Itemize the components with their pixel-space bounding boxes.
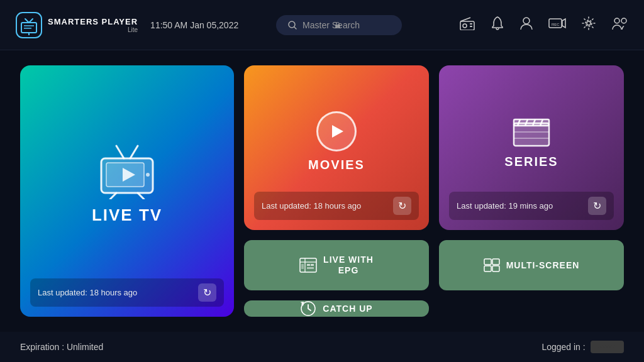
svg-rect-50 [492, 266, 499, 272]
live-tv-refresh-button[interactable]: ↻ [198, 283, 216, 302]
record-icon[interactable]: REC [548, 17, 566, 33]
expiration-text: Expiration : Unlimited [20, 342, 103, 352]
svg-rect-47 [484, 259, 491, 265]
movies-update-bar: Last updated: 18 hours ago ↻ [254, 192, 419, 220]
logo: SMARTERS PLAYER Lite [15, 11, 138, 39]
svg-line-25 [130, 146, 138, 158]
bell-icon[interactable] [491, 16, 504, 35]
svg-rect-43 [307, 264, 310, 266]
epg-icon [299, 258, 317, 273]
right-grid: MOVIES Last updated: 18 hours ago ↻ [244, 65, 624, 317]
svg-line-24 [116, 146, 124, 158]
logo-main-text: SMARTERS PLAYER [48, 17, 138, 26]
footer: Expiration : Unlimited Logged in : •••••… [0, 332, 644, 362]
svg-point-22 [614, 18, 619, 23]
logged-in-value: •••••• [591, 341, 624, 353]
radio-icon[interactable] [459, 16, 475, 34]
svg-rect-10 [335, 25, 340, 28]
catch-up-button[interactable]: CATCH UP [244, 300, 429, 317]
catchup-icon [300, 300, 316, 317]
svg-rect-46 [301, 264, 304, 269]
search-icon [287, 20, 297, 30]
series-update-text: Last updated: 19 mins ago [457, 201, 553, 211]
multi-screen-button[interactable]: MULTI-SCREEN [439, 240, 624, 290]
svg-point-20 [587, 21, 591, 25]
svg-rect-3 [21, 23, 36, 33]
svg-line-9 [294, 27, 296, 29]
search-placeholder: Master Search [303, 20, 360, 30]
movies-update-text: Last updated: 18 hours ago [262, 201, 361, 211]
svg-rect-14 [470, 23, 472, 25]
svg-rect-49 [484, 266, 491, 272]
movies-card[interactable]: MOVIES Last updated: 18 hours ago ↻ [244, 65, 429, 230]
header-icons: REC [459, 16, 629, 35]
live-tv-update-text: Last updated: 18 hours ago [38, 288, 137, 297]
logo-text: SMARTERS PLAYER Lite [48, 17, 138, 33]
live-tv-card[interactable]: LIVE TV Last updated: 18 hours ago ↻ [20, 65, 234, 317]
live-tv-icon [92, 143, 162, 199]
live-tv-label: LIVE TV [92, 206, 162, 225]
live-epg-label: LIVE WITH EPG [323, 255, 374, 276]
svg-rect-45 [307, 267, 314, 269]
svg-line-13 [460, 18, 470, 21]
svg-rect-15 [470, 26, 472, 27]
expiration-value: Unlimited [67, 342, 103, 352]
user-icon[interactable] [519, 16, 533, 35]
movies-refresh-button[interactable]: ↻ [393, 197, 411, 215]
main-content: LIVE TV Last updated: 18 hours ago ↻ MOV… [0, 50, 644, 332]
svg-point-29 [146, 173, 150, 177]
series-label: SERIES [504, 155, 558, 169]
movies-label: MOVIES [308, 158, 365, 172]
search-bar[interactable]: Master Search [276, 15, 402, 35]
catch-up-label: CATCH UP [323, 304, 372, 314]
logged-in-text: Logged in : •••••• [541, 341, 624, 353]
live-epg-button[interactable]: LIVE WITH EPG [244, 240, 429, 290]
datetime: 11:50 AM Jan 05,2022 [150, 20, 264, 30]
header: SMARTERS PLAYER Lite 11:50 AM Jan 05,202… [0, 0, 644, 50]
logo-icon [15, 11, 43, 39]
multi-screen-icon [484, 258, 500, 272]
series-update-bar: Last updated: 19 mins ago ↻ [449, 192, 614, 220]
series-clapper-icon [511, 114, 552, 148]
logo-lite-text: Lite [48, 26, 138, 33]
svg-point-23 [621, 18, 626, 23]
svg-point-16 [523, 18, 530, 24]
svg-marker-18 [562, 19, 565, 28]
live-tv-update-bar: Last updated: 18 hours ago ↻ [30, 278, 224, 307]
multi-screen-label: MULTI-SCREEN [506, 260, 580, 271]
settings-icon[interactable] [581, 16, 596, 35]
svg-point-12 [463, 24, 467, 28]
svg-rect-44 [311, 264, 314, 266]
switch-user-icon[interactable] [611, 16, 629, 35]
lock-icon [333, 21, 342, 30]
svg-rect-48 [492, 259, 499, 265]
svg-text:REC: REC [552, 23, 560, 26]
movies-play-icon [316, 111, 357, 151]
series-card[interactable]: SERIES Last updated: 19 mins ago ↻ [439, 65, 624, 230]
series-refresh-button[interactable]: ↻ [588, 197, 606, 215]
svg-rect-32 [514, 123, 549, 146]
